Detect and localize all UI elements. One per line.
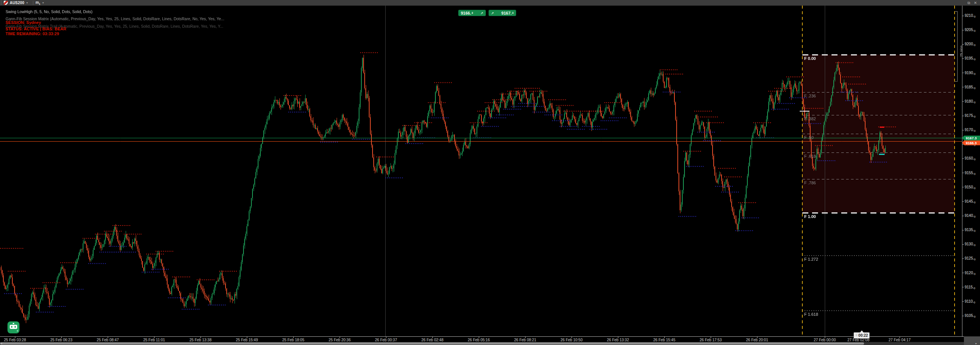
time-axis-label: 25 Feb 03:28 — [4, 338, 26, 342]
time-axis-label: 27 Feb 00:00 — [814, 338, 836, 342]
price-axis-tick — [963, 73, 964, 73]
time-axis-label: 26 Feb 15:45 — [654, 338, 676, 342]
price-axis-label: 9125.0 — [965, 256, 975, 261]
time-axis-label: 25 Feb 18:05 — [282, 338, 304, 342]
price-axis-tick — [963, 30, 964, 30]
ask-price-tag: 9167.3 — [962, 136, 980, 141]
time-axis-label: 26 Feb 02:48 — [422, 338, 444, 342]
sell-quote-button[interactable]: 9166.3 ↗ — [458, 10, 486, 16]
countdown-value: 00:22 — [858, 334, 868, 337]
time-axis-label: 27 Feb 04:17 — [889, 338, 911, 342]
countdown-pointer-icon — [860, 331, 864, 333]
price-axis-label: 9195.0 — [965, 56, 975, 61]
axis-corner — [964, 336, 980, 345]
time-axis-label: 25 Feb 06:23 — [51, 338, 73, 342]
price-axis-label: 9110.0 — [965, 299, 975, 304]
price-axis-tick — [963, 187, 964, 187]
time-axis-label: 25 Feb 08:47 — [97, 338, 119, 342]
cbot-add-icon: + — [16, 329, 18, 333]
price-axis-label: 9170.0 — [965, 128, 975, 132]
time-axis-label: 26 Feb 17:53 — [700, 338, 722, 342]
time-axis-label: 25 Feb 13:38 — [189, 338, 212, 342]
ask-direction-arrow-icon: ↗ — [491, 11, 494, 15]
price-axis-label: 9210.0 — [965, 13, 975, 18]
price-axis-tick — [963, 216, 964, 216]
price-axis-tick — [963, 158, 964, 159]
time-axis-label: 26 Feb 10:50 — [561, 338, 583, 342]
price-axis-tick — [963, 130, 964, 130]
price-axis-label: 9130.0 — [965, 242, 975, 246]
trading-chart-window: AUS200 ▼ m1 ▼ ⧉ ✕ Swing LowHigh (5, 5, N… — [0, 0, 980, 345]
price-axis-tick — [963, 316, 964, 316]
time-axis-label: 25 Feb 11:01 — [143, 338, 165, 342]
price-axis-label: 9140.0 — [965, 214, 975, 218]
bar-countdown-tooltip[interactable]: ⠿ 00:22 — [854, 332, 870, 339]
price-axis-tick — [963, 172, 964, 173]
price-axis-tick — [963, 230, 964, 230]
price-axis-tick — [963, 116, 964, 116]
price-axis-tick — [963, 301, 964, 302]
bid-direction-arrow-icon: ↗ — [480, 11, 483, 15]
price-axis[interactable]: 9210.09205.09200.09195.09190.09185.09180… — [962, 6, 980, 336]
price-axis-label: 9145.0 — [965, 199, 975, 204]
time-axis-label: 25 Feb 20:36 — [329, 338, 351, 342]
countdown-drag-icon[interactable]: ⠿ — [856, 334, 858, 337]
price-axis-tick — [963, 87, 964, 87]
price-axis-label: 9120.0 — [965, 271, 975, 275]
price-axis-label: 9155.0 — [965, 171, 975, 175]
price-axis-tick — [963, 58, 964, 59]
scrollbar-thumb[interactable] — [0, 342, 864, 345]
price-axis-label: 9200.0 — [965, 42, 975, 46]
last-price-tag: 9166.3 — [962, 141, 980, 145]
price-chart-canvas[interactable] — [0, 0, 980, 345]
price-axis-tick — [963, 16, 964, 16]
price-axis-label: 9175.0 — [965, 113, 975, 118]
time-axis-label: 26 Feb 08:21 — [514, 338, 536, 342]
price-axis-label: 9205.0 — [965, 28, 975, 32]
price-axis-label: 9190.0 — [965, 71, 975, 75]
price-axis-tick — [963, 201, 964, 201]
price-axis-tick — [963, 259, 964, 259]
scroll-right-arrow-icon[interactable]: ▸ — [975, 342, 977, 345]
time-axis[interactable]: 25 Feb 03:2825 Feb 06:2325 Feb 08:4725 F… — [0, 336, 964, 342]
price-axis-label: 9105.0 — [965, 313, 975, 318]
time-axis-label: 25 Feb 15:49 — [236, 338, 258, 342]
price-axis-tick — [963, 273, 964, 273]
price-axis-label: 9115.0 — [965, 285, 975, 289]
price-axis-tick — [963, 287, 964, 288]
cbot-icon[interactable]: + — [8, 321, 19, 334]
buy-quote-button[interactable]: ↗ 9167.3 — [488, 10, 516, 16]
ask-price: 9167. — [501, 11, 512, 15]
time-axis-label: 26 Feb 05:16 — [468, 338, 490, 342]
price-axis-tick — [963, 101, 964, 102]
price-axis-label: 9135.0 — [965, 228, 975, 232]
price-axis-label: 9185.0 — [965, 85, 975, 89]
price-axis-tick — [963, 44, 964, 45]
price-axis-label: 9150.0 — [965, 185, 975, 190]
time-axis-label: 26 Feb 00:37 — [375, 338, 397, 342]
time-axis-label: 26 Feb 20:01 — [746, 338, 768, 342]
horizontal-scrollbar[interactable] — [0, 342, 980, 345]
scroll-left-arrow-icon[interactable]: ◂ — [1, 342, 2, 345]
price-axis-tick — [963, 244, 964, 244]
price-axis-label: 9160.0 — [965, 156, 975, 161]
bid-price: 9166. — [461, 11, 471, 15]
price-axis-label: 9180.0 — [965, 99, 975, 104]
time-axis-label: 26 Feb 13:32 — [607, 338, 629, 342]
